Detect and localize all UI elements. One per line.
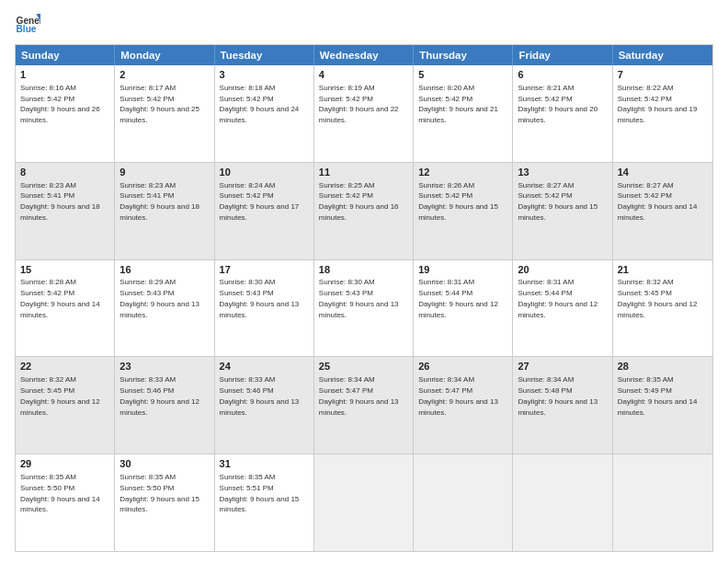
logo-icon: General Blue [15,11,40,37]
calendar-cell: 10 Sunrise: 8:24 AMSunset: 5:42 PMDaylig… [215,163,314,259]
calendar-cell [613,454,712,551]
calendar-day-header: Thursday [414,45,513,65]
calendar-cell: 23 Sunrise: 8:33 AMSunset: 5:46 PMDaylig… [115,357,214,454]
day-number: 19 [418,263,507,277]
calendar-cell: 26 Sunrise: 8:34 AMSunset: 5:47 PMDaylig… [414,357,513,454]
day-number: 2 [119,68,209,82]
calendar-cell: 29 Sunrise: 8:35 AMSunset: 5:50 PMDaylig… [16,454,115,551]
cell-info: Sunrise: 8:35 AMSunset: 5:50 PMDaylight:… [20,473,100,513]
day-number: 17 [220,263,309,277]
cell-info: Sunrise: 8:32 AMSunset: 5:45 PMDaylight:… [20,375,100,416]
calendar-cell: 20 Sunrise: 8:31 AMSunset: 5:44 PMDaylig… [513,260,612,357]
day-number: 26 [418,360,507,373]
cell-info: Sunrise: 8:20 AMSunset: 5:42 PMDaylight:… [418,84,498,124]
calendar-week-row: 29 Sunrise: 8:35 AMSunset: 5:50 PMDaylig… [16,454,712,551]
day-number: 29 [20,457,109,471]
cell-info: Sunrise: 8:35 AMSunset: 5:50 PMDaylight:… [119,473,199,513]
day-number: 14 [618,166,708,179]
cell-info: Sunrise: 8:25 AMSunset: 5:42 PMDaylight:… [319,181,399,222]
day-number: 31 [220,457,309,471]
calendar-cell: 9 Sunrise: 8:23 AMSunset: 5:41 PMDayligh… [115,163,214,259]
day-number: 4 [319,68,408,82]
cell-info: Sunrise: 8:35 AMSunset: 5:51 PMDaylight:… [220,473,300,513]
calendar-cell: 8 Sunrise: 8:23 AMSunset: 5:41 PMDayligh… [16,163,115,259]
day-number: 10 [220,166,309,179]
day-number: 28 [618,360,708,373]
day-number: 16 [119,263,209,277]
cell-info: Sunrise: 8:34 AMSunset: 5:47 PMDaylight:… [418,375,498,416]
day-number: 6 [518,68,607,82]
calendar-week-row: 22 Sunrise: 8:32 AMSunset: 5:45 PMDaylig… [16,357,712,454]
day-number: 8 [20,166,109,179]
calendar-day-header: Saturday [613,45,712,65]
calendar-cell: 31 Sunrise: 8:35 AMSunset: 5:51 PMDaylig… [215,454,314,551]
cell-info: Sunrise: 8:30 AMSunset: 5:43 PMDaylight:… [220,278,300,318]
day-number: 21 [618,263,708,277]
calendar-cell: 25 Sunrise: 8:34 AMSunset: 5:47 PMDaylig… [314,357,414,454]
calendar-cell [513,454,612,551]
calendar-cell: 7 Sunrise: 8:22 AMSunset: 5:42 PMDayligh… [613,65,712,162]
logo: General Blue [15,11,40,37]
calendar-cell [314,454,414,551]
calendar-cell: 13 Sunrise: 8:27 AMSunset: 5:42 PMDaylig… [513,163,612,259]
calendar-cell: 1 Sunrise: 8:16 AMSunset: 5:42 PMDayligh… [16,65,115,162]
cell-info: Sunrise: 8:23 AMSunset: 5:41 PMDaylight:… [119,181,199,222]
calendar-cell: 12 Sunrise: 8:26 AMSunset: 5:42 PMDaylig… [414,163,513,259]
calendar-day-header: Sunday [16,45,115,65]
calendar-cell: 4 Sunrise: 8:19 AMSunset: 5:42 PMDayligh… [314,65,414,162]
calendar-day-header: Friday [513,45,612,65]
cell-info: Sunrise: 8:19 AMSunset: 5:42 PMDaylight:… [319,84,399,124]
svg-text:Blue: Blue [17,24,37,34]
day-number: 5 [418,68,507,82]
day-number: 18 [319,263,408,277]
day-number: 27 [518,360,607,373]
calendar-cell: 30 Sunrise: 8:35 AMSunset: 5:50 PMDaylig… [115,454,214,551]
calendar: SundayMondayTuesdayWednesdayThursdayFrid… [15,44,713,552]
calendar-cell: 21 Sunrise: 8:32 AMSunset: 5:45 PMDaylig… [613,260,712,357]
cell-info: Sunrise: 8:23 AMSunset: 5:41 PMDaylight:… [20,181,100,222]
cell-info: Sunrise: 8:16 AMSunset: 5:42 PMDaylight:… [20,84,100,124]
calendar-cell: 2 Sunrise: 8:17 AMSunset: 5:42 PMDayligh… [115,65,214,162]
cell-info: Sunrise: 8:31 AMSunset: 5:44 PMDaylight:… [418,278,498,318]
calendar-cell: 16 Sunrise: 8:29 AMSunset: 5:43 PMDaylig… [115,260,214,357]
calendar-week-row: 1 Sunrise: 8:16 AMSunset: 5:42 PMDayligh… [16,65,712,163]
calendar-cell: 24 Sunrise: 8:33 AMSunset: 5:46 PMDaylig… [215,357,314,454]
day-number: 15 [20,263,109,277]
day-number: 22 [20,360,109,373]
day-number: 12 [418,166,507,179]
calendar-body: 1 Sunrise: 8:16 AMSunset: 5:42 PMDayligh… [16,65,712,551]
cell-info: Sunrise: 8:33 AMSunset: 5:46 PMDaylight:… [220,375,300,416]
calendar-cell: 27 Sunrise: 8:34 AMSunset: 5:48 PMDaylig… [513,357,612,454]
cell-info: Sunrise: 8:30 AMSunset: 5:43 PMDaylight:… [319,278,399,318]
cell-info: Sunrise: 8:21 AMSunset: 5:42 PMDaylight:… [518,84,597,124]
cell-info: Sunrise: 8:35 AMSunset: 5:49 PMDaylight:… [618,375,698,416]
cell-info: Sunrise: 8:32 AMSunset: 5:45 PMDaylight:… [618,278,698,318]
cell-info: Sunrise: 8:26 AMSunset: 5:42 PMDaylight:… [418,181,498,222]
day-number: 1 [20,68,109,82]
cell-info: Sunrise: 8:34 AMSunset: 5:47 PMDaylight:… [319,375,399,416]
day-number: 25 [319,360,408,373]
cell-info: Sunrise: 8:31 AMSunset: 5:44 PMDaylight:… [518,278,597,318]
cell-info: Sunrise: 8:27 AMSunset: 5:42 PMDaylight:… [518,181,597,222]
calendar-cell: 3 Sunrise: 8:18 AMSunset: 5:42 PMDayligh… [215,65,314,162]
calendar-cell: 19 Sunrise: 8:31 AMSunset: 5:44 PMDaylig… [414,260,513,357]
calendar-week-row: 8 Sunrise: 8:23 AMSunset: 5:41 PMDayligh… [16,163,712,260]
calendar-header: SundayMondayTuesdayWednesdayThursdayFrid… [16,45,712,65]
day-number: 11 [319,166,408,179]
day-number: 13 [518,166,607,179]
cell-info: Sunrise: 8:29 AMSunset: 5:43 PMDaylight:… [119,278,199,318]
cell-info: Sunrise: 8:34 AMSunset: 5:48 PMDaylight:… [518,375,597,416]
calendar-day-header: Wednesday [314,45,414,65]
calendar-cell: 18 Sunrise: 8:30 AMSunset: 5:43 PMDaylig… [314,260,414,357]
calendar-week-row: 15 Sunrise: 8:28 AMSunset: 5:42 PMDaylig… [16,260,712,358]
calendar-day-header: Monday [115,45,214,65]
calendar-cell: 14 Sunrise: 8:27 AMSunset: 5:42 PMDaylig… [613,163,712,259]
page: General Blue SundayMondayTuesdayWednesda… [0,0,728,563]
cell-info: Sunrise: 8:33 AMSunset: 5:46 PMDaylight:… [119,375,199,416]
cell-info: Sunrise: 8:22 AMSunset: 5:42 PMDaylight:… [618,84,698,124]
day-number: 20 [518,263,607,277]
cell-info: Sunrise: 8:17 AMSunset: 5:42 PMDaylight:… [119,84,199,124]
calendar-cell: 17 Sunrise: 8:30 AMSunset: 5:43 PMDaylig… [215,260,314,357]
day-number: 23 [119,360,209,373]
cell-info: Sunrise: 8:28 AMSunset: 5:42 PMDaylight:… [20,278,100,318]
